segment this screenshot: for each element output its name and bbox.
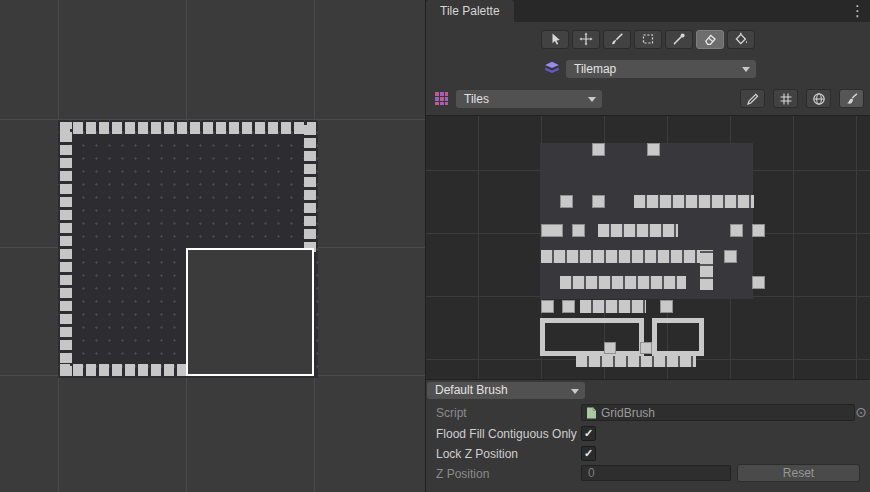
palette-tile[interactable] (604, 342, 616, 354)
reset-button[interactable]: Reset (737, 464, 860, 482)
palette-tile[interactable] (562, 300, 575, 313)
tilemap-wall-right (304, 122, 316, 252)
move-tool-button[interactable] (572, 30, 600, 49)
palette-tile[interactable] (592, 195, 605, 208)
unity-editor-window: Tile Palette ⋮ (0, 0, 870, 492)
box-fill-tool-button[interactable] (634, 30, 662, 49)
select-tool-button[interactable] (541, 30, 569, 49)
tile-tools-toolbar (426, 28, 870, 50)
gizmos-toggle-button[interactable] (806, 89, 831, 108)
paint-brush-tool-button[interactable] (603, 30, 631, 49)
palette-tile[interactable] (541, 250, 703, 263)
palette-tile[interactable] (647, 143, 660, 156)
paint-brush-icon (610, 32, 624, 46)
lock-z-label: Lock Z Position (436, 447, 518, 461)
kebab-menu-icon[interactable]: ⋮ (850, 2, 864, 20)
tile-palette-panel: Tile Palette ⋮ (425, 0, 870, 492)
globe-gizmo-icon (812, 92, 826, 106)
scene-view[interactable] (0, 0, 425, 492)
palette-tile[interactable] (640, 342, 652, 354)
eraser-tool-button[interactable] (696, 30, 724, 49)
script-object-field[interactable]: GridBrush (581, 404, 855, 421)
palette-tile[interactable] (730, 224, 743, 237)
grid-icon (779, 92, 793, 106)
palette-tile[interactable] (580, 300, 646, 313)
palette-tile[interactable] (724, 250, 737, 263)
eraser-icon (703, 32, 717, 46)
script-label: Script (436, 406, 467, 420)
palette-tiles-layer (426, 116, 870, 379)
palette-tile[interactable] (592, 143, 605, 156)
pencil-icon (746, 92, 760, 106)
script-file-icon (586, 407, 597, 419)
move-arrows-icon (579, 32, 593, 46)
eraser-selection-rect (186, 248, 314, 376)
brush-settings-icon (845, 92, 859, 106)
palette-tile[interactable] (560, 195, 573, 208)
palette-tile[interactable] (700, 250, 713, 290)
palette-tile[interactable] (752, 276, 765, 289)
tilemap-wall-left (60, 122, 72, 376)
brush-dropdown[interactable]: Default Brush (427, 382, 585, 399)
active-tilemap-dropdown[interactable]: Tilemap (566, 60, 756, 78)
eyedropper-icon (672, 32, 686, 46)
edit-palette-button[interactable] (740, 89, 765, 108)
tilemap-wall-bottom (60, 364, 190, 376)
script-object-value: GridBrush (601, 406, 655, 420)
palette-tile[interactable] (598, 224, 678, 237)
brush-settings-button[interactable] (839, 89, 864, 108)
palette-canvas[interactable] (426, 115, 870, 380)
object-picker-icon[interactable]: ⊙ (855, 403, 867, 421)
palette-tile[interactable] (540, 318, 644, 356)
tilemap-wall-top (60, 122, 316, 134)
palette-tile[interactable] (560, 276, 686, 289)
lock-z-checkbox[interactable]: ✓ (581, 446, 596, 461)
palette-tile[interactable] (634, 195, 754, 208)
palette-tile[interactable] (576, 356, 696, 367)
palette-tile[interactable] (541, 300, 554, 313)
grid-toggle-button[interactable] (773, 89, 798, 108)
z-position-label: Z Position (436, 467, 489, 481)
palette-select-dropdown[interactable]: Tiles (456, 90, 602, 108)
flood-fill-checkbox[interactable]: ✓ (581, 426, 596, 441)
box-fill-icon (641, 32, 655, 46)
flood-fill-label: Flood Fill Contiguous Only (436, 427, 577, 441)
palette-tile[interactable] (572, 224, 585, 237)
palette-tile[interactable] (652, 318, 704, 356)
fill-bucket-tool-button[interactable] (727, 30, 755, 49)
palette-tile[interactable] (541, 224, 563, 237)
palette-option-buttons (740, 89, 864, 108)
paint-bucket-icon (734, 32, 748, 46)
tilemap-layers-icon (544, 61, 560, 79)
palette-tile[interactable] (752, 224, 765, 237)
z-position-field[interactable]: 0 (581, 465, 731, 481)
tile-palette-grid-icon (434, 91, 449, 110)
picker-tool-button[interactable] (665, 30, 693, 49)
tab-tile-palette[interactable]: Tile Palette (426, 0, 514, 22)
palette-tile[interactable] (660, 300, 673, 313)
select-cursor-icon (548, 32, 562, 46)
tab-strip: Tile Palette ⋮ (426, 0, 870, 22)
